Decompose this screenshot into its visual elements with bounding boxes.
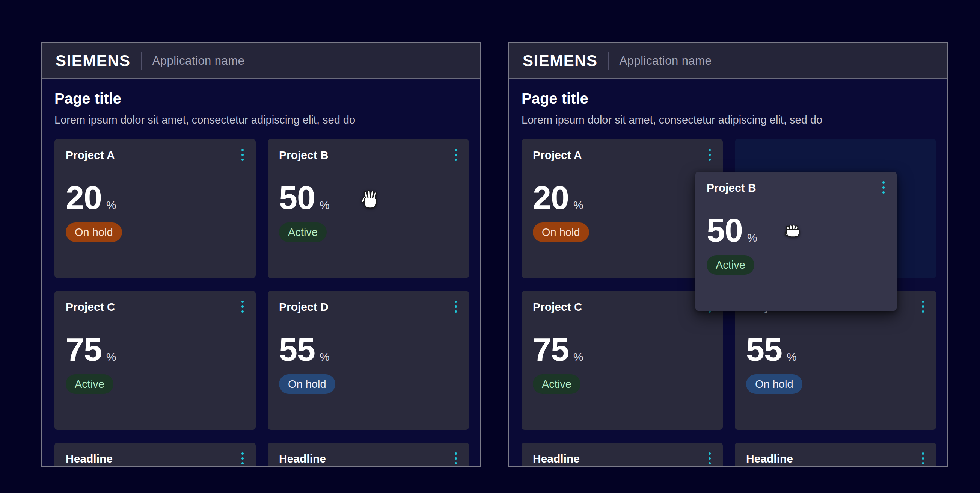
kebab-icon	[242, 154, 244, 156]
card-title: Headline	[279, 452, 458, 465]
status-badge: On hold	[279, 374, 335, 394]
kebab-icon	[242, 457, 244, 459]
kebab-icon	[708, 462, 711, 464]
panel-default-state: SIEMENS Application name Page title Lore…	[41, 43, 480, 467]
kebab-icon	[242, 301, 244, 303]
app-header: SIEMENS Application name	[509, 43, 947, 78]
card-menu-button[interactable]	[453, 147, 458, 162]
application-name: Application name	[153, 54, 245, 68]
card-menu-button[interactable]	[240, 451, 245, 466]
progress-value: 75 %	[66, 333, 245, 366]
card-title: Project B	[279, 149, 458, 161]
kebab-icon	[455, 305, 457, 308]
closed-hand-cursor-icon	[785, 224, 800, 239]
kebab-icon	[708, 149, 711, 151]
siemens-logo: SIEMENS	[523, 52, 598, 70]
value-number: 50	[279, 181, 315, 214]
project-card-c[interactable]: Project C 75 % Active	[522, 291, 723, 430]
project-card-c[interactable]: Project C 75 % Active	[54, 291, 256, 430]
progress-value: 20 %	[533, 181, 711, 214]
value-unit: %	[787, 351, 797, 363]
kebab-icon	[242, 310, 244, 313]
value-unit: %	[573, 199, 584, 212]
kebab-icon	[455, 452, 457, 455]
card-menu-button[interactable]	[453, 299, 458, 314]
kebab-icon	[455, 462, 457, 464]
card-menu-button[interactable]	[920, 299, 926, 314]
card-title: Project B	[706, 182, 885, 194]
kebab-icon	[455, 159, 457, 161]
kebab-icon	[242, 452, 244, 455]
card-menu-button[interactable]	[240, 147, 245, 162]
card-menu-button[interactable]	[707, 147, 712, 162]
status-badge: Active	[533, 374, 581, 394]
progress-value: 55 %	[279, 333, 458, 366]
status-badge: Active	[66, 374, 113, 394]
status-badge: On hold	[746, 374, 802, 394]
status-badge: Active	[706, 255, 754, 275]
kebab-icon	[455, 301, 457, 303]
kebab-icon	[708, 154, 711, 156]
header-divider	[608, 52, 609, 70]
kebab-icon	[882, 182, 885, 184]
page-subtitle: Lorem ipsum dolor sit amet, consectetur …	[522, 113, 935, 127]
kebab-icon	[455, 149, 457, 151]
card-title: Project A	[66, 149, 245, 161]
kebab-icon	[922, 305, 924, 308]
partial-card-headline[interactable]: Headline	[268, 443, 469, 467]
project-card-d[interactable]: Project D 55 % On hold	[735, 291, 936, 430]
value-number: 55	[746, 333, 782, 366]
kebab-icon	[455, 457, 457, 459]
card-menu-button[interactable]	[707, 451, 712, 466]
value-number: 50	[706, 214, 743, 247]
card-menu-button[interactable]	[920, 451, 926, 466]
value-unit: %	[320, 351, 330, 363]
open-hand-cursor-icon	[361, 190, 380, 211]
kebab-icon	[922, 452, 924, 455]
kebab-icon	[922, 462, 924, 464]
app-header: SIEMENS Application name	[42, 43, 480, 78]
project-card-a[interactable]: Project A 20 % On hold	[54, 139, 256, 278]
card-title: Project C	[66, 301, 245, 313]
value-unit: %	[320, 199, 330, 212]
kebab-icon	[882, 187, 885, 188]
value-number: 55	[279, 333, 315, 366]
panel-body: Page title Lorem ipsum dolor sit amet, c…	[42, 78, 480, 467]
card-grid: Project A 20 % On hold Project B 50 % Ac…	[54, 139, 468, 467]
status-badge: On hold	[66, 222, 122, 242]
kebab-icon	[708, 452, 711, 455]
kebab-icon	[242, 149, 244, 151]
partial-card-headline[interactable]: Headline	[735, 443, 936, 467]
kebab-icon	[922, 301, 924, 303]
application-name: Application name	[620, 54, 712, 68]
value-number: 20	[533, 181, 569, 214]
status-badge: Active	[279, 222, 327, 242]
value-unit: %	[747, 231, 757, 244]
kebab-icon	[242, 159, 244, 161]
card-menu-button[interactable]	[881, 180, 886, 195]
project-card-d[interactable]: Project D 55 % On hold	[268, 291, 469, 430]
card-menu-button[interactable]	[453, 451, 458, 466]
card-title: Project D	[279, 301, 458, 313]
kebab-icon	[242, 462, 244, 464]
progress-value: 55 %	[746, 333, 925, 366]
partial-card-headline[interactable]: Headline	[522, 443, 723, 467]
page-title: Page title	[54, 90, 468, 107]
kebab-icon	[242, 305, 244, 308]
dragged-project-card-b[interactable]: Project B 50 % Active	[695, 172, 897, 311]
card-title: Headline	[746, 452, 925, 465]
card-title: Headline	[533, 452, 711, 465]
kebab-icon	[708, 457, 711, 459]
kebab-icon	[455, 310, 457, 313]
project-card-a[interactable]: Project A 20 % On hold	[522, 139, 723, 278]
value-unit: %	[106, 199, 116, 212]
card-menu-button[interactable]	[240, 299, 245, 314]
value-unit: %	[106, 351, 116, 363]
kebab-icon	[455, 154, 457, 156]
value-number: 20	[66, 181, 102, 214]
kebab-icon	[922, 457, 924, 459]
kebab-icon	[922, 310, 924, 313]
partial-card-headline[interactable]: Headline	[54, 443, 256, 467]
progress-value: 20 %	[66, 181, 245, 214]
card-title: Headline	[66, 452, 245, 465]
